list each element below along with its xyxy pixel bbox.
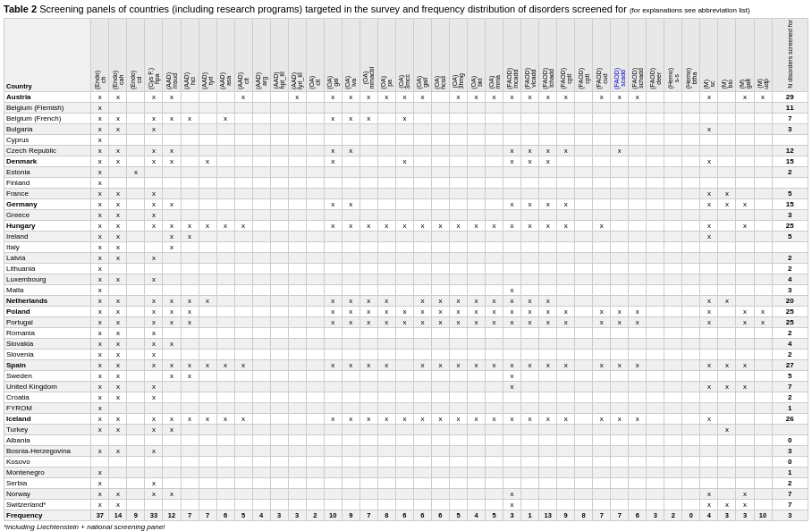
data-cell-lchadd: x (539, 413, 557, 424)
data-cell-3hmg (449, 392, 467, 402)
data-cell-tyrl: x (199, 413, 216, 424)
col-header-cit: (AAD)cit (234, 19, 252, 92)
data-cell-btha (682, 349, 700, 359)
data-cell-scadd (611, 231, 629, 241)
data-cell-iva (342, 424, 359, 434)
data-cell-schadd (629, 113, 647, 123)
data-cell-scadd (611, 188, 629, 198)
data-cell-cud (593, 241, 611, 252)
data-cell-bkt: x (468, 316, 486, 327)
data-cell-bio (718, 477, 736, 488)
data-cell-hcsd (431, 499, 449, 510)
table-row: Belgium (Flemish)x11 (4, 102, 808, 113)
data-cell-schadd (629, 381, 647, 392)
data-cell-sc (700, 434, 718, 445)
data-cell-msud: x (163, 91, 181, 102)
data-cell-cah: x (109, 198, 127, 209)
data-cell-s-s (664, 295, 682, 306)
data-cell-cud (593, 499, 611, 510)
data-cell-lchadd: x (539, 306, 557, 316)
data-cell-gall (413, 424, 431, 434)
data-cell-3mcc (395, 177, 413, 188)
data-cell-iva (342, 263, 359, 274)
data-cell-cit: x (234, 220, 252, 231)
country-cell: Iceland (4, 413, 91, 424)
data-cell-clt (306, 166, 324, 177)
data-cell-msud (163, 456, 181, 467)
data-cell-3mcc: x (395, 91, 413, 102)
country-cell: Italy (4, 241, 91, 252)
data-cell-mma: x (486, 306, 503, 316)
table-row: Montenegrox1 (4, 467, 808, 477)
data-cell-bkt (468, 284, 486, 295)
data-cell-arg (252, 102, 270, 113)
data-cell-msud: x (163, 295, 181, 306)
data-cell-bkt (468, 467, 486, 477)
data-cell-iva (342, 241, 359, 252)
data-cell-cptl (557, 231, 575, 241)
data-cell-bkt (468, 102, 486, 113)
data-cell-asa (216, 145, 234, 156)
data-cell-s-s (664, 499, 682, 510)
data-cell-gal (324, 456, 342, 467)
data-cell-iva (342, 445, 359, 456)
data-cell-hpa: x (145, 198, 163, 209)
data-cell-tyrl_III (288, 263, 306, 274)
data-cell-schadd (629, 123, 647, 134)
data-cell-btha (682, 488, 700, 499)
data-cell-mmacbl (359, 241, 377, 252)
data-cell-mcadd: x (503, 370, 521, 381)
frequency-value: 12 (163, 510, 181, 520)
data-cell-s-s (664, 413, 682, 424)
data-cell-msud (163, 123, 181, 134)
data-cell-galt (736, 166, 754, 177)
data-cell-hcsd (431, 177, 449, 188)
data-cell-asa (216, 166, 234, 177)
data-cell-asa (216, 209, 234, 220)
data-cell-asa (216, 338, 234, 349)
data-cell-cud (593, 338, 611, 349)
data-cell-3hmg: x (449, 220, 467, 231)
data-cell-hpa: x (145, 338, 163, 349)
country-cell: Croatia (4, 392, 91, 402)
data-cell-mma (486, 123, 503, 134)
col-header-cud: (FAOD)cud (593, 19, 611, 92)
data-cell-ch: x (91, 134, 109, 145)
data-cell-cptl (557, 166, 575, 177)
data-cell-cah: x (109, 123, 127, 134)
data-cell-cah (109, 102, 127, 113)
data-cell-bkt (468, 166, 486, 177)
data-cell-arg (252, 231, 270, 241)
data-cell-tyrl_III (288, 488, 306, 499)
data-cell-cd (127, 424, 145, 434)
data-cell-bio (718, 338, 736, 349)
data-cell-msud: x (163, 156, 181, 166)
data-cell-cd (127, 177, 145, 188)
data-cell-bio: x (718, 499, 736, 510)
data-cell-deer (647, 306, 664, 316)
col-header-asa: (AAD)asa (216, 19, 234, 92)
data-cell-deer (647, 392, 664, 402)
data-cell-scadd: x (611, 306, 629, 316)
data-cell-hpa: x (145, 123, 163, 134)
data-cell-udp (754, 263, 772, 274)
data-cell-udp (754, 499, 772, 510)
data-cell-n: 2 (772, 263, 808, 274)
data-cell-pa: x (377, 91, 395, 102)
data-cell-3hmg (449, 488, 467, 499)
data-cell-iva (342, 381, 359, 392)
data-cell-hcsd (431, 274, 449, 284)
data-cell-3mcc (395, 499, 413, 510)
data-cell-scadd (611, 252, 629, 263)
data-cell-galt (736, 392, 754, 402)
data-cell-ch: x (91, 166, 109, 177)
data-cell-btha (682, 252, 700, 263)
col-header-gall: (OA)gall (413, 19, 431, 92)
data-cell-lchadd (539, 284, 557, 295)
data-cell-deer (647, 445, 664, 456)
data-cell-pa (377, 434, 395, 445)
data-cell-asa (216, 370, 234, 381)
data-cell-ch: x (91, 241, 109, 252)
data-cell-gal: x (324, 198, 342, 209)
data-cell-schadd (629, 166, 647, 177)
